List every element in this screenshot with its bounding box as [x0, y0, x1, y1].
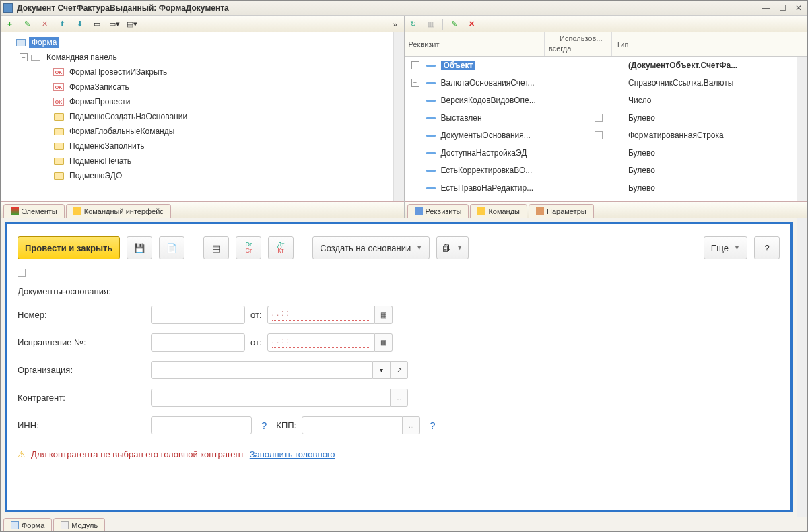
more-toolbar-icon[interactable]: »	[389, 18, 401, 30]
attr-name: ВерсияКодовВидовОпе...	[440, 96, 572, 105]
warning-row: ⚠ Для контрагента не выбран его головной…	[18, 444, 780, 459]
tree-item[interactable]: ПодменюЗаполнить	[1, 139, 404, 154]
attr-row[interactable]: ДоступнаНастройкаЭДБулево	[405, 144, 808, 162]
warning-link[interactable]: Заполнить головного	[250, 449, 335, 459]
chevron-down-icon: ▼	[734, 244, 740, 251]
refresh-icon[interactable]: ↻	[407, 18, 419, 30]
delete-icon[interactable]: ✕	[38, 18, 50, 30]
org-field[interactable]	[151, 361, 373, 379]
inn-field[interactable]	[151, 416, 252, 434]
attr-row[interactable]: ДокументыОснования...ФорматированнаяСтро…	[405, 127, 808, 144]
close-button[interactable]: ✕	[793, 3, 805, 13]
kpp-select-button[interactable]: ...	[403, 416, 420, 434]
post-close-button[interactable]: Провести и закрыть	[18, 236, 120, 259]
preview-scrollbar[interactable]	[797, 218, 807, 517]
save-button[interactable]: 💾	[127, 236, 152, 259]
add-icon[interactable]: ＋	[3, 18, 15, 30]
org-open-button[interactable]: ↗	[391, 361, 408, 379]
calendar-icon: ▦	[380, 311, 386, 319]
attr-type: СправочникСсылка.Валюты	[626, 78, 807, 88]
minimize-button[interactable]: —	[760, 3, 772, 13]
tree-item-label: ПодменюЭДО	[67, 170, 125, 181]
expander-icon[interactable]: −	[20, 53, 28, 61]
move-down-icon[interactable]: ⬇	[73, 18, 86, 30]
label-inn: ИНН:	[18, 420, 145, 430]
correction-field[interactable]	[151, 333, 245, 352]
tab-attributes[interactable]: Реквизиты	[407, 204, 469, 218]
tree-item[interactable]: ПодменюСоздатьНаОсновании	[1, 109, 404, 124]
report-button[interactable]: ▤	[203, 236, 229, 259]
expander-icon[interactable]: +	[411, 79, 419, 87]
main-checkbox[interactable]	[18, 269, 26, 277]
tab-form[interactable]: Форма	[3, 518, 52, 531]
tree-item[interactable]: Форма	[1, 35, 404, 50]
contr-select-button[interactable]: ...	[391, 389, 408, 407]
field-icon	[426, 170, 436, 172]
elements-tree[interactable]: Форма−Командная панельOKФормаПровестиИЗа…	[1, 32, 404, 201]
inn-help[interactable]: ?	[257, 420, 271, 431]
tree-item[interactable]: OKФормаПровестиИЗакрыть	[1, 65, 404, 79]
kpp-help[interactable]: ?	[426, 420, 439, 431]
col-type[interactable]: Тип	[612, 32, 807, 56]
edit-icon[interactable]: ✎	[21, 18, 33, 30]
attr-use	[572, 114, 626, 122]
tree-item[interactable]: OKФормаЗаписать	[1, 79, 404, 94]
elements-scrollbar[interactable]	[393, 32, 404, 201]
drcr-button[interactable]: DrCr	[236, 236, 261, 259]
attributes-scrollbar[interactable]	[797, 57, 807, 201]
org-dropdown-button[interactable]: ▾	[373, 361, 391, 379]
number-field[interactable]	[151, 306, 245, 324]
attr-name: Выставлен	[440, 113, 572, 123]
contr-field[interactable]	[151, 389, 391, 407]
attr-name: ЕстьКорректировкаВО...	[440, 166, 572, 175]
columns-icon[interactable]: ▥	[425, 18, 437, 30]
tree-item[interactable]: OKФормаПровести	[1, 94, 404, 109]
attr-row[interactable]: ВыставленБулево	[405, 109, 808, 127]
post-button[interactable]: 📄	[159, 236, 184, 259]
attr-row[interactable]: +ВалютаОснованияСчет...СправочникСсылка.…	[405, 74, 808, 92]
layout2-icon[interactable]: ▭▾	[108, 18, 121, 30]
tab-params[interactable]: Параметры	[529, 204, 594, 218]
edit2-icon[interactable]: ✎	[448, 18, 461, 30]
tree-item[interactable]: −Командная панель	[1, 50, 404, 65]
tab-cmd-interface[interactable]: Командный интерфейс	[66, 204, 171, 218]
maximize-button[interactable]: ☐	[776, 3, 788, 13]
more-button[interactable]: Еще▼	[704, 236, 747, 259]
tree-item[interactable]: ФормаГлобальныеКоманды	[1, 124, 404, 139]
delete2-icon[interactable]: ✕	[466, 18, 478, 30]
warning-text: Для контрагента не выбран его головной к…	[31, 449, 244, 459]
tree-item[interactable]: ПодменюПечать	[1, 154, 404, 168]
col-name[interactable]: Реквизит	[405, 32, 545, 56]
attach-button[interactable]: 🗐▼	[436, 236, 469, 259]
checkbox-icon[interactable]	[595, 131, 603, 139]
expander-icon[interactable]: +	[411, 61, 419, 69]
attributes-grid[interactable]: +Объект(ДокументОбъект.СчетФа...+ВалютаО…	[405, 57, 808, 201]
attr-row[interactable]: ЕстьПравоНаРедактир...Булево	[405, 179, 808, 197]
tab-elements[interactable]: Элементы	[3, 204, 65, 218]
tab-module[interactable]: Модуль	[53, 518, 105, 531]
calendar2-button[interactable]: ▦	[375, 333, 393, 352]
date2-field[interactable]: . . : :	[267, 333, 375, 352]
node-icon	[53, 141, 64, 151]
col-use[interactable]: Использов... всегда	[545, 32, 612, 56]
move-up-icon[interactable]: ⬆	[56, 18, 68, 30]
tree-item[interactable]: ПодменюЭДО	[1, 168, 404, 183]
attr-row[interactable]: ВерсияКодовВидовОпе...Число	[405, 92, 808, 109]
dtkt-button[interactable]: ДтКт	[268, 236, 294, 259]
app-window: Документ СчетФактураВыданный: ФормаДокум…	[0, 0, 808, 532]
list-icon: ▤	[212, 243, 220, 253]
help-button[interactable]: ?	[754, 236, 780, 259]
layout3-icon[interactable]: ▤▾	[126, 18, 138, 30]
layout1-icon[interactable]: ▭	[91, 18, 103, 30]
create-based-button[interactable]: Создать на основании▼	[312, 236, 430, 259]
node-icon: OK	[53, 82, 64, 92]
right-tabs: Реквизиты Команды Параметры	[405, 201, 808, 218]
tab-commands[interactable]: Команды	[470, 204, 527, 218]
checkbox-icon[interactable]	[595, 114, 603, 122]
elements-toolbar: ＋ ✎ ✕ ⬆ ⬇ ▭ ▭▾ ▤▾ »	[1, 16, 404, 32]
attr-row[interactable]: +Объект(ДокументОбъект.СчетФа...	[405, 57, 808, 74]
attr-row[interactable]: ЕстьКорректировкаВО...Булево	[405, 162, 808, 179]
date1-field[interactable]: . . : :	[267, 306, 375, 324]
calendar1-button[interactable]: ▦	[375, 306, 393, 324]
kpp-field[interactable]	[302, 416, 403, 434]
